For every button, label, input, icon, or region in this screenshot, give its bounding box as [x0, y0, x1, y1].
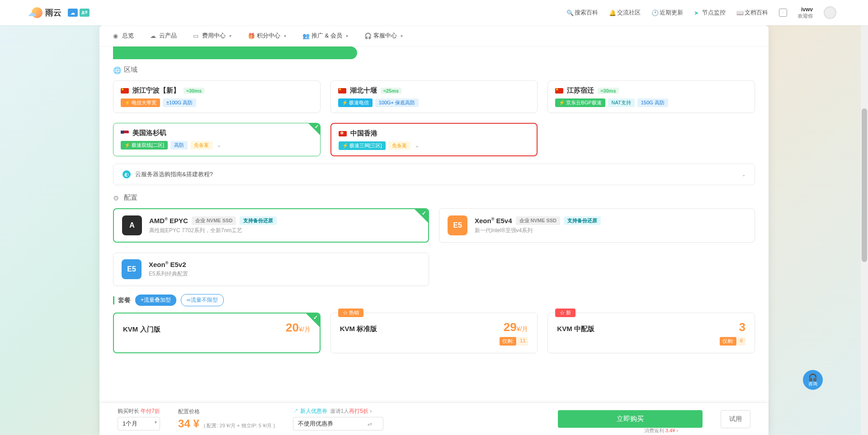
- region-name: 湖北十堰: [350, 86, 377, 95]
- region-name: 江苏宿迁: [567, 86, 594, 95]
- config-desc: E5系列经典配置: [149, 270, 420, 278]
- stock-count: 11: [517, 337, 528, 346]
- scrollbar[interactable]: [861, 0, 868, 435]
- config-card[interactable]: E5Xeon® E5v2E5系列经典配置: [113, 253, 429, 286]
- nav-promo[interactable]: 👥推广 & 会员▾: [302, 32, 348, 40]
- plan-price: 3: [739, 320, 745, 334]
- total-price: 34 ¥: [178, 417, 199, 430]
- navbar: ◉总览 ☁云产品 ▭费用中心▾ 🎁积分中心▾ 👥推广 & 会员▾ 🎧客服中心▾: [99, 25, 769, 47]
- region-card[interactable]: 中国香港极速三网[三区]免备案⌄: [330, 123, 538, 156]
- flag-icon: [121, 131, 129, 136]
- user-block[interactable]: ivwv 欢迎你: [798, 6, 813, 19]
- top-mail[interactable]: [779, 9, 787, 17]
- try-button[interactable]: 试用: [721, 410, 750, 428]
- nav-overview[interactable]: ◉总览: [113, 32, 134, 40]
- plan-name: KVM 中配版: [557, 325, 594, 333]
- region-card[interactable]: 江苏宿迁≈30ms京东云BGP极速NAT支持150G 高防: [547, 80, 755, 113]
- plan-tab-traffic[interactable]: +流量叠加型: [135, 295, 176, 306]
- stock-label: 仅剩:: [720, 337, 736, 346]
- gift-icon: 🎁: [248, 33, 254, 39]
- region-tag: 高防: [170, 141, 188, 150]
- duration-select[interactable]: 1个月 ▾: [118, 417, 160, 430]
- user-welcome: 欢迎你: [798, 13, 813, 19]
- latency-badge: ≈25ms: [381, 88, 401, 94]
- section-plan: 套餐: [113, 296, 131, 304]
- search-icon: 🔍: [566, 9, 573, 16]
- logo-badge-1: ☁: [68, 9, 78, 17]
- users-icon: 👥: [302, 33, 309, 39]
- help-float[interactable]: 🎧咨询: [803, 370, 823, 390]
- config-icon: E5: [448, 215, 467, 235]
- top-search[interactable]: 🔍搜索百科: [566, 9, 598, 17]
- region-tag: 150G 高防: [637, 98, 668, 107]
- progress-bar: [113, 47, 357, 59]
- logo-icon: [32, 7, 42, 18]
- coupon-link[interactable]: ↗ 新人优惠券: [293, 407, 327, 415]
- region-card[interactable]: 美国洛杉矶极速双线[二区]高防免备案⌄: [113, 123, 321, 156]
- plan-card[interactable]: KVM 入门版20¥/月: [113, 313, 321, 353]
- plan-price: 20¥/月: [286, 321, 311, 335]
- rebate-info: 消费返利 3.4¥ ›: [644, 427, 678, 434]
- config-badge: 企业 NVME SSD: [192, 216, 236, 225]
- bottom-bar: 购买时长 年付7折 1个月 ▾ 配置价格 34 ¥ ( 配置: 29 ¥/月 +…: [99, 402, 769, 435]
- region-tag: 电信大带宽: [121, 98, 160, 107]
- wallet-icon: ▭: [193, 33, 199, 39]
- chevron-down-icon[interactable]: ⌄: [415, 143, 419, 149]
- coupon-select[interactable]: 不使用优惠券▴▾: [293, 417, 383, 430]
- plan-card[interactable]: ☆ 热销KVM 标准版29¥/月仅剩:11: [330, 313, 538, 353]
- config-badge: 支持备份还原: [240, 216, 277, 225]
- config-card[interactable]: E5Xeon® E5v4企业 NVME SSD支持备份还原新一代Intel®至强…: [439, 208, 755, 243]
- plan-card[interactable]: ☆ 新KVM 中配版3仅剩:8: [547, 313, 755, 353]
- nav-support[interactable]: 🎧客服中心▾: [364, 32, 403, 40]
- globe-icon: 🌐: [113, 66, 120, 74]
- brand-logo[interactable]: 雨云 ☁ A字: [32, 7, 90, 18]
- chevron-down-icon: ▾: [284, 33, 286, 38]
- bell-icon: 🔔: [609, 9, 615, 16]
- plan-badge: ☆ 新: [555, 309, 576, 317]
- stock-count: 8: [737, 337, 745, 346]
- cloud-icon: ☁: [150, 33, 156, 39]
- nav-points[interactable]: 🎁积分中心▾: [248, 32, 286, 40]
- nav-billing[interactable]: ▭费用中心▾: [193, 32, 231, 40]
- buy-button[interactable]: 立即购买: [558, 410, 703, 428]
- logo-badge-2: A字: [80, 9, 90, 17]
- top-updates[interactable]: 🕐近期更新: [651, 9, 683, 17]
- top-docs[interactable]: 📖文档百科: [736, 9, 768, 17]
- config-title: Xeon® E5v2: [149, 261, 186, 268]
- flag-icon: [338, 88, 346, 94]
- chevron-down-icon: ▾: [229, 33, 231, 38]
- plan-price: 29¥/月: [504, 320, 528, 334]
- region-tag: 免备案: [190, 141, 212, 150]
- config-card[interactable]: AAMD® EPYC企业 NVME SSD支持备份还原高性能EPYC 7702系…: [113, 208, 429, 243]
- mail-icon: [779, 9, 787, 17]
- region-tag: 京东云BGP极速: [555, 98, 605, 107]
- guide-link[interactable]: ◐云服务器选购指南&搭建教程? ⌄: [113, 164, 755, 185]
- region-tag: 极速双线[二区]: [121, 141, 168, 150]
- chevron-down-icon[interactable]: ⌄: [217, 142, 221, 148]
- chevron-down-icon: ▾: [401, 33, 403, 38]
- flag-icon: [121, 88, 129, 94]
- nav-products[interactable]: ☁云产品: [150, 32, 177, 40]
- flag-icon: [555, 88, 563, 94]
- region-tag: NAT支持: [608, 98, 635, 107]
- region-card[interactable]: 湖北十堰≈25ms极速电信100G+ 保底高防: [330, 80, 538, 113]
- stock-label: 仅剩:: [500, 337, 516, 346]
- plan-tab-unlimited[interactable]: ∞流量不限型: [181, 294, 224, 306]
- region-card[interactable]: 浙江宁波【新】≈30ms电信大带宽±100G 高防: [113, 80, 321, 113]
- guide-text: 云服务器选购指南&搭建教程?: [135, 170, 213, 178]
- top-community[interactable]: 🔔交流社区: [609, 9, 641, 17]
- latency-badge: ≈30ms: [184, 88, 204, 94]
- config-icon: A: [122, 215, 142, 235]
- user-name: ivwv: [801, 6, 813, 13]
- region-tag: 极速三网[三区]: [339, 141, 386, 150]
- config-title: AMD® EPYC: [149, 217, 188, 225]
- duration-label: 购买时长 年付7折: [118, 407, 160, 415]
- config-icon: E5: [122, 259, 142, 279]
- config-desc: 新一代Intel®至强v4系列: [475, 227, 746, 234]
- plan-name: KVM 入门版: [123, 325, 160, 334]
- dashboard-icon: ◉: [113, 33, 119, 39]
- chip-icon: ⚙: [113, 194, 120, 201]
- section-config: ⚙配置: [113, 193, 755, 202]
- top-monitor[interactable]: ➤节点监控: [694, 9, 726, 17]
- avatar[interactable]: [824, 6, 836, 19]
